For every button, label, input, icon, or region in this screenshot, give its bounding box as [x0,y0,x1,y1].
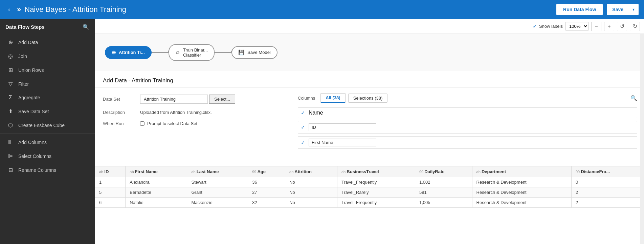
content-area: ✓ Show labels 100% 75% 50% 125% − + ↺ ↻ … [95,19,644,244]
sidebar-item-add-columns[interactable]: ⊪ Add Columns [0,135,95,149]
sidebar-item-union-rows[interactable]: ⊞ Union Rows [0,63,95,77]
cell-attrition: No [285,177,337,187]
description-value: Uploaded from Attrition Training.xlsx. [140,110,212,115]
cell-daily-rate: 591 [415,187,472,197]
flow-node-attrition: ⊕ Attrition Tr... [105,46,152,59]
app-header: ‹ » Naive Bayes - Attrition Training Run… [0,0,644,19]
union-rows-icon: ⊞ [7,67,14,73]
back-button[interactable]: ‹ [5,5,13,15]
train-node-icon: ☺ [175,49,180,55]
column-item-id: ✓ [298,121,637,134]
scrollbar[interactable] [640,34,644,244]
canvas-toolbar: ✓ Show labels 100% 75% 50% 125% − + ↺ ↻ [95,19,644,34]
sidebar-item-label: Filter [18,81,29,87]
save-model-node-label: Save Model [247,50,271,55]
description-row: Description Uploaded from Attrition Trai… [103,110,283,115]
detail-form: Data Set Select... Description Uploaded … [95,88,291,166]
attrition-node[interactable]: ⊕ Attrition Tr... [105,46,152,59]
columns-search-icon[interactable]: 🔍 [630,95,637,101]
col-check-firstname[interactable]: ✓ [301,140,305,146]
table-row: 1 Alexandra Stewart 36 No Travel_Frequen… [95,177,644,187]
essbase-cube-icon: ⬡ [7,122,14,128]
sidebar-item-create-essbase-cube[interactable]: ⬡ Create Essbase Cube [0,118,95,132]
sidebar-item-save-data-set[interactable]: ⬆ Save Data Set [0,104,95,118]
zoom-in-button[interactable]: + [604,22,614,31]
detail-title: Add Data - Attrition Training [95,71,644,88]
sidebar-title: Data Flow Steps [5,24,45,30]
dataset-label: Data Set [103,97,140,102]
sidebar-item-label: Create Essbase Cube [18,123,65,128]
train-node[interactable]: ☺ Train Binar...Classifier [169,44,215,61]
sidebar: Data Flow Steps 🔍 ⊕ Add Data ◎ Join ⊞ Un… [0,19,95,244]
col-header-attrition: ab Attrition [285,166,337,177]
sidebar-item-add-data[interactable]: ⊕ Add Data [0,35,95,49]
cell-business-travel: Travel_Frequently [337,197,415,207]
cell-id: 6 [95,197,126,207]
train-node-label: Train Binar...Classifier [183,47,208,58]
sidebar-search-icon[interactable]: 🔍 [83,24,89,30]
cell-first-name: Natalie [126,197,187,207]
sidebar-item-label: Add Columns [18,140,47,145]
zoom-select[interactable]: 100% 75% 50% 125% [565,22,589,30]
connector-1 [152,52,169,53]
show-labels-toggle[interactable]: ✓ Show labels [533,23,563,29]
col-header-daily-rate: 99 DailyRate [415,166,472,177]
column-item-firstname: ✓ [298,136,637,149]
save-data-set-icon: ⬆ [7,108,14,115]
redo-button[interactable]: ↻ [630,22,640,31]
select-dataset-button[interactable]: Select... [209,95,235,104]
breadcrumb-icon: » [17,5,20,14]
sidebar-item-join[interactable]: ◎ Join [0,49,95,63]
col-check-id[interactable]: ✓ [301,124,305,130]
cell-business-travel: Travel_Rarely [337,187,415,197]
sidebar-item-filter[interactable]: ▽ Filter [0,77,95,91]
data-table-container: ab ID ab First Name ab Last Name 99 Age … [95,166,644,244]
select-columns-icon: ⊫ [7,153,14,159]
save-model-node-icon: 💾 [238,49,245,56]
sidebar-item-label: Save Data Set [18,109,49,114]
sidebar-item-select-columns[interactable]: ⊫ Select Columns [0,149,95,163]
sidebar-item-label: Aggregate [18,95,40,100]
prompt-label: Prompt to select Data Set [147,121,197,126]
main-layout: Data Flow Steps 🔍 ⊕ Add Data ◎ Join ⊞ Un… [0,19,644,244]
run-data-flow-button[interactable]: Run Data Flow [556,4,603,15]
prompt-checkbox[interactable] [140,121,145,126]
cell-daily-rate: 1,002 [415,177,472,187]
col-header-age: 99 Age [248,166,285,177]
detail-panel: Add Data - Attrition Training Data Set S… [95,71,644,244]
dataset-input[interactable] [140,95,208,104]
cell-last-name: Mackenzie [187,197,248,207]
sidebar-item-label: Union Rows [18,67,44,73]
table-header-row: ab ID ab First Name ab Last Name 99 Age … [95,166,644,177]
when-run-label: When Run [103,121,140,126]
when-run-row: When Run Prompt to select Data Set [103,121,283,126]
cell-id: 5 [95,187,126,197]
col-check-name[interactable]: ✓ [301,110,305,116]
sidebar-header: Data Flow Steps 🔍 [0,19,95,35]
column-item-name: ✓ Name [298,107,637,118]
sidebar-item-rename-columns[interactable]: ⊟ Rename Columns [0,163,95,177]
cell-last-name: Stewart [187,177,248,187]
col-id-input[interactable] [309,123,376,131]
cell-department: Research & Development [472,197,571,207]
columns-panel: Columns All (38) Selections (38) 🔍 ✓ Nam… [291,88,644,166]
col-header-business-travel: ab BusinessTravel [337,166,415,177]
table-row: 5 Bernadette Grant 27 No Travel_Rarely 5… [95,187,644,197]
save-button[interactable]: Save [607,4,629,15]
undo-button[interactable]: ↺ [617,22,627,31]
cell-age: 27 [248,187,285,197]
col-firstname-input[interactable] [309,139,376,146]
cell-id: 1 [95,177,126,187]
col-header-distance: 99 DistanceFro... [571,166,644,177]
cell-age: 36 [248,177,285,187]
tab-selections[interactable]: Selections (38) [348,94,388,103]
flow-canvas: ⊕ Attrition Tr... ☺ Train Binar...Classi… [95,34,644,71]
zoom-out-button[interactable]: − [591,22,601,31]
save-dropdown-button[interactable]: ▾ [629,4,639,15]
col-name-label: Name [309,110,323,116]
tab-all[interactable]: All (38) [320,93,345,103]
sidebar-item-aggregate[interactable]: Σ Aggregate [0,91,95,104]
save-model-node[interactable]: 💾 Save Model [231,46,277,59]
rename-columns-icon: ⊟ [7,167,14,173]
cell-attrition: No [285,187,337,197]
